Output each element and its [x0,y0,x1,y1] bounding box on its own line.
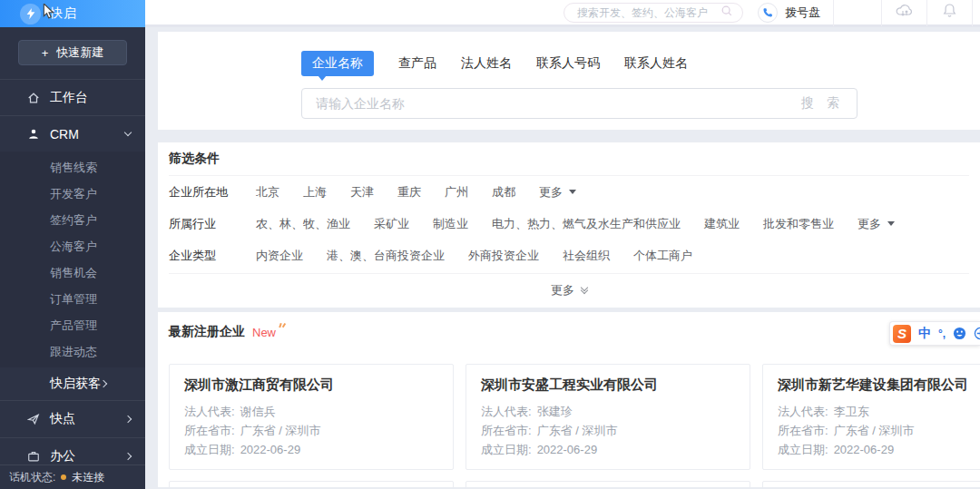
notifications-button[interactable] [927,0,972,26]
phone-status-value: 未连接 [72,470,104,485]
topbar: 拨号盘 [145,0,980,27]
filter-option[interactable]: 北京 [256,184,279,200]
chevron-right-icon [100,380,107,387]
listing-title: 最新注册企业 [169,324,245,340]
tab-contact-number[interactable]: 联系人号码 [536,55,600,72]
filter-option[interactable]: 社会组织 [563,248,610,264]
region-value: 广东省 / 深圳市 [240,421,321,440]
filter-option[interactable]: 上海 [303,184,327,200]
filter-option[interactable]: 建筑业 [704,216,740,232]
enterprise-search-panel: 企业名称 查产品 法人姓名 联系人号码 联系人姓名 搜 索 [158,32,980,130]
sidebar-item-lead-acquisition[interactable]: 快启获客 [0,367,145,400]
filter-title: 筛选条件 [169,142,969,176]
founded-date-value: 2022-06-29 [537,440,598,459]
enterprise-card[interactable] [466,481,750,487]
quick-create-button[interactable]: + 快速新建 [18,40,127,65]
dialpad-label: 拨号盘 [785,5,820,21]
sidebar-item-order-management[interactable]: 订单管理 [0,286,145,312]
sidebar-item-signed-customers[interactable]: 签约客户 [0,207,145,233]
legal-rep-label: 法人代表: [184,402,235,421]
topbar-gap [834,0,881,26]
emoji-icon[interactable] [953,327,966,340]
sidebar-item-label: CRM [50,127,79,142]
listing-header: 最新注册企业 New [169,323,969,341]
global-search-input[interactable] [577,6,720,19]
app-logo-bar[interactable]: 快启 [0,0,145,27]
filter-option[interactable]: 天津 [350,184,374,200]
filter-option[interactable]: 港、澳、台商投资企业 [327,248,445,264]
filter-option[interactable]: 广州 [445,184,468,200]
enterprise-card[interactable]: 深圳市激江商贸有限公司 法人代表:谢信兵 所在省市:广东省 / 深圳市 成立日期… [169,364,454,470]
tab-contact-name[interactable]: 联系人姓名 [624,55,688,72]
enterprise-card-grid: 深圳市激江商贸有限公司 法人代表:谢信兵 所在省市:广东省 / 深圳市 成立日期… [169,364,969,487]
sidebar-item-label: 工作台 [50,90,88,106]
enterprise-card[interactable]: 深圳市安盛工程实业有限公司 法人代表:张建珍 所在省市:广东省 / 深圳市 成立… [466,364,750,470]
new-sparkle-icon [279,322,281,327]
ime-punctuation-toggle[interactable]: °, [938,328,946,340]
search-icon [720,5,733,21]
dialpad-button[interactable]: 拨号盘 [758,3,820,23]
filter-option[interactable]: 电力、热力、燃气及水生产和供应业 [492,216,681,232]
filter-option[interactable]: 重庆 [397,184,421,200]
sidebar-item-develop-customers[interactable]: 开发客户 [0,181,145,207]
sogou-logo-icon[interactable]: S [893,325,911,343]
global-search[interactable] [564,3,743,23]
filter-label: 所属行业 [169,216,256,232]
topbar-tail [973,0,980,26]
sidebar-item-label: 快点 [50,411,75,427]
mouse-cursor-icon [43,4,55,23]
tab-legal-person-name[interactable]: 法人姓名 [461,55,512,72]
sidebar-item-sales-leads[interactable]: 销售线索 [0,154,145,181]
filter-option[interactable]: 内资企业 [256,248,303,264]
main-area: 拨号盘 企业名称 查产品 法人姓名 联系人号码 联系人姓名 搜 [145,0,980,489]
enterprise-name-input[interactable] [302,96,789,111]
filter-row-industry: 所属行业 农、林、牧、渔业 采矿业 制造业 电力、热力、燃气及水生产和供应业 建… [169,208,969,240]
filter-panel: 筛选条件 企业所在地 北京 上海 天津 重庆 广州 成都 更多 所属行业 农、林… [158,142,980,308]
user-icon [27,128,41,141]
region-value: 广东省 / 深圳市 [834,421,915,440]
filter-more-industry[interactable]: 更多 [858,216,895,232]
filter-option[interactable]: 个体工商户 [633,248,692,264]
filter-row-location: 企业所在地 北京 上海 天津 重庆 广州 成都 更多 [169,176,969,208]
sidebar-item-kuaidian[interactable]: 快点 [0,401,145,437]
more-label: 更多 [539,184,563,200]
enterprise-name: 深圳市激江商贸有限公司 [184,377,438,394]
sidebar-item-public-customers[interactable]: 公海客户 [0,233,145,259]
enterprise-card[interactable] [762,481,980,487]
expand-more-filters-button[interactable]: 更多 [551,274,587,298]
tab-product-search[interactable]: 查产品 [398,55,436,72]
filter-label: 企业类型 [169,248,256,264]
bell-icon [942,3,957,23]
cloud-sync-button[interactable] [882,0,926,26]
region-value: 广东省 / 深圳市 [537,421,618,440]
filter-option[interactable]: 外商投资企业 [468,248,539,264]
enterprise-card[interactable] [169,481,454,487]
filter-option[interactable]: 批发和零售业 [763,216,834,232]
sidebar-item-follow-up[interactable]: 跟进动态 [0,338,145,365]
sidebar-item-product-management[interactable]: 产品管理 [0,312,145,338]
ime-toolbar: S 中 °, [889,321,980,346]
ime-language-toggle[interactable]: 中 [918,326,931,342]
filter-option[interactable]: 农、林、牧、渔业 [256,216,350,232]
search-button[interactable]: 搜 索 [789,95,857,112]
sidebar-item-sales-opportunities[interactable]: 销售机会 [0,259,145,286]
more-label: 更多 [858,216,881,232]
founded-date-value: 2022-06-29 [834,440,895,459]
ime-extra-icon[interactable] [974,327,980,340]
newly-registered-panel: 最新注册企业 New 深圳市激江商贸有限公司 法人代表:谢信兵 所在省市:广东省… [158,312,980,487]
tab-enterprise-name[interactable]: 企业名称 [301,51,374,76]
lightning-logo-icon [20,4,41,24]
filter-option[interactable]: 成都 [492,184,515,200]
sidebar-item-crm[interactable]: CRM [0,116,145,152]
sidebar-item-label: 办公 [50,448,75,465]
enterprise-card[interactable]: 深圳市新艺华建设集团有限公司 法人代表:李卫东 所在省市:广东省 / 深圳市 成… [762,364,980,470]
double-chevron-down-icon [582,282,587,293]
filter-option[interactable]: 采矿业 [374,216,409,232]
legal-rep-label: 法人代表: [481,402,532,421]
sidebar-item-workbench[interactable]: 工作台 [0,80,145,115]
filter-more-location[interactable]: 更多 [539,184,576,200]
filter-option[interactable]: 制造业 [433,216,468,232]
founded-date-label: 成立日期: [184,440,235,459]
legal-rep-value: 李卫东 [834,402,869,421]
chevron-right-icon [124,416,132,423]
